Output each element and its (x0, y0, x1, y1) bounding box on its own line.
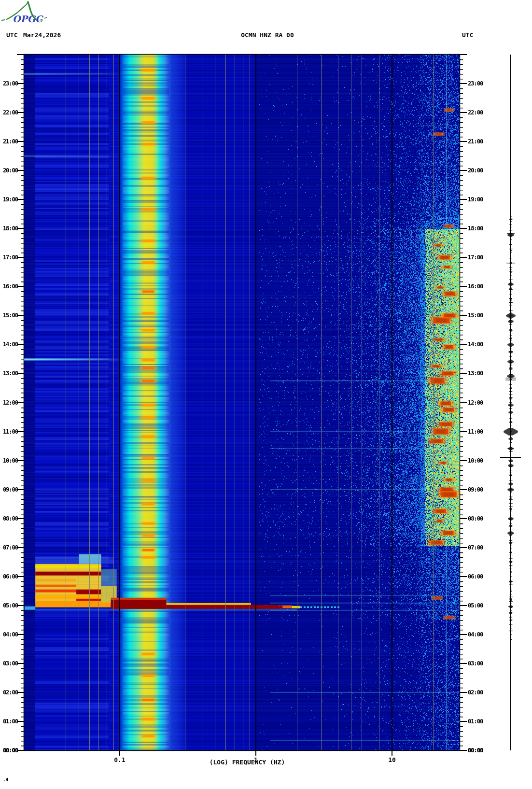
y-tick-label-right: 22:00 (468, 110, 489, 115)
y-tick-label-left: 09:00 (0, 487, 18, 493)
y-tick-label-left: 13:00 (0, 370, 18, 376)
y-tick-label-right: 16:00 (468, 283, 489, 289)
y-tick-label-right: 19:00 (468, 197, 489, 202)
opgc-logo-text: OPGC (13, 14, 44, 24)
y-tick-label-right: 20:00 (468, 168, 489, 173)
y-tick-label-left: 12:00 (0, 400, 18, 406)
y-tick-label-left: 19:00 (0, 197, 18, 202)
y-tick-label-right: 03:00 (468, 661, 489, 666)
spectrogram-page: { "header": { "logo_text": "OPGC", "tz_l… (0, 0, 532, 789)
spectrogram-canvas (0, 0, 532, 789)
y-tick-label-left: 18:00 (0, 225, 18, 231)
y-tick-label-left: 17:00 (0, 254, 18, 260)
y-tick-label-right: 09:00 (468, 487, 489, 493)
y-tick-label-left: 02:00 (0, 690, 18, 695)
y-tick-label-right: 08:00 (468, 516, 489, 521)
y-tick-label-right: 18:00 (468, 225, 489, 231)
y-tick-label-left: 04:00 (0, 632, 18, 637)
header-date: Mar24,2026 (23, 32, 61, 39)
x-axis-title: (LOG) FREQUENCY (HZ) (175, 759, 320, 765)
y-tick-label-left: 16:00 (0, 283, 18, 289)
y-tick-label-right: 02:00 (468, 690, 489, 695)
y-tick-label-left: 10:00 (0, 458, 18, 464)
y-tick-label-right: 17:00 (468, 254, 489, 260)
y-tick-label-left: 05:00 (0, 603, 18, 608)
y-tick-label-right: 12:00 (468, 400, 489, 406)
y-tick-label-left: 20:00 (0, 168, 18, 173)
y-tick-label-right: 14:00 (468, 341, 489, 347)
corner-glyph: .H (3, 778, 8, 782)
y-tick-label-left: 15:00 (0, 312, 18, 318)
y-tick-label-right: 11:00 (468, 429, 489, 435)
y-tick-label-left: 07:00 (0, 545, 18, 550)
y-tick-label-right: 04:00 (468, 632, 489, 637)
y-tick-label-right: 07:00 (468, 545, 489, 550)
y-tick-label-right: 10:00 (468, 458, 489, 464)
header-tz-right: UTC (462, 32, 473, 39)
y-tick-label-right: 15:00 (468, 312, 489, 318)
y-tick-label-left: 11:00 (0, 429, 18, 435)
y-tick-label-right: 01:00 (468, 719, 489, 724)
y-tick-label-left: 21:00 (0, 139, 18, 144)
y-tick-label-baseline: 00:00 (468, 747, 489, 753)
y-tick-label-left: 22:00 (0, 110, 18, 115)
y-tick-label-right: 21:00 (468, 139, 489, 144)
x-tick-label: 10 (378, 757, 406, 763)
plot-title: OCMN HNZ RA 00 (210, 32, 325, 39)
y-tick-label-left: 03:00 (0, 661, 18, 666)
y-tick-label-left: 08:00 (0, 516, 18, 521)
y-tick-label-right: 13:00 (468, 370, 489, 376)
header-tz-left: UTC (6, 32, 17, 39)
y-tick-label-right: 23:00 (468, 81, 489, 86)
y-tick-label-left: 06:00 (0, 574, 18, 579)
y-tick-label-left: 14:00 (0, 341, 18, 347)
opgc-logo: OPGC (1, 1, 64, 26)
y-tick-label-left: 23:00 (0, 81, 18, 86)
x-tick-label: 0.1 (105, 757, 134, 763)
y-tick-label-right: 05:00 (468, 603, 489, 608)
y-tick-label-right: 06:00 (468, 574, 489, 579)
y-tick-label-baseline: 00:00 (0, 747, 18, 753)
y-tick-label-left: 01:00 (0, 719, 18, 724)
